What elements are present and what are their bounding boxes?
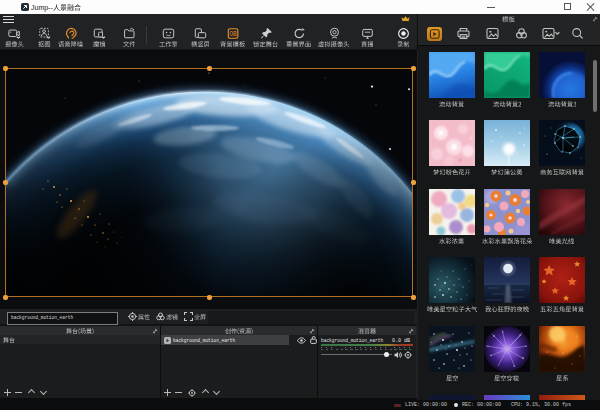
svg-text:08: 08 <box>229 30 237 37</box>
